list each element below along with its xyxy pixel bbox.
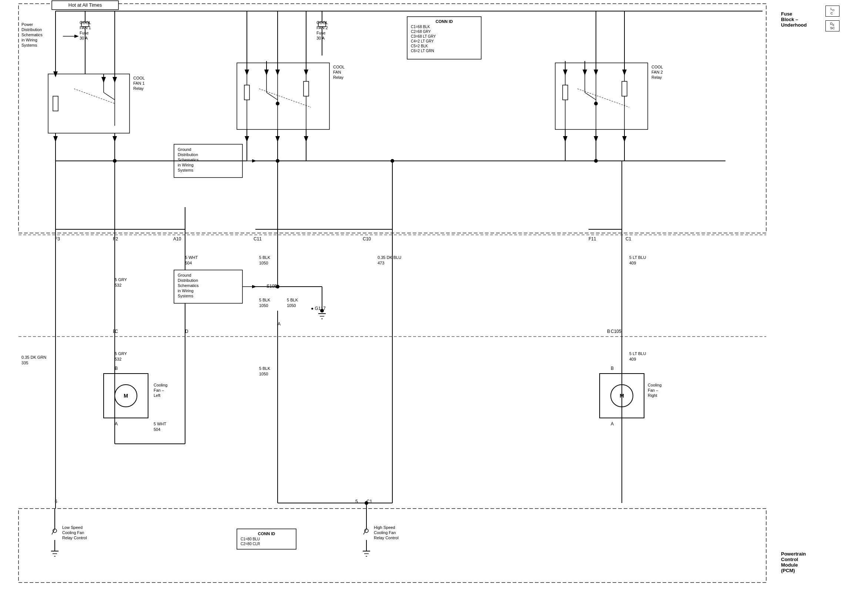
svg-text:Relay: Relay — [333, 75, 344, 79]
svg-text:Distribution: Distribution — [178, 152, 198, 157]
conn-id-top-title: CONN ID — [436, 19, 453, 24]
svg-text:Fuse: Fuse — [80, 31, 88, 35]
loc-icon: LOC — [825, 6, 840, 17]
svg-text:335: 335 — [22, 360, 28, 365]
svg-text:in Wiring: in Wiring — [22, 38, 37, 42]
wire-5blk1050-1: 5 BLK — [259, 255, 271, 260]
svg-text:Right: Right — [648, 393, 657, 398]
cool-fan-relay-label: COOL — [333, 65, 345, 69]
node-d: D — [185, 329, 188, 334]
svg-text:Schematics: Schematics — [22, 32, 43, 37]
ground-dist-box1: Ground — [178, 273, 191, 277]
node-c105: C105 — [611, 329, 622, 334]
node-c11: C11 — [254, 236, 262, 241]
wire-5blk1050-center: 5 BLK — [259, 366, 271, 371]
low-speed-label: Low Speed — [62, 525, 82, 530]
svg-text:30 A: 30 A — [80, 36, 88, 40]
wire-5gry532-2: 5 GRY — [115, 351, 127, 356]
node-c1-top: C1 — [626, 236, 631, 241]
svg-point-195 — [113, 159, 116, 163]
svg-point-197 — [391, 159, 394, 163]
svg-text:30 A: 30 A — [316, 36, 325, 40]
svg-text:Systems: Systems — [178, 294, 194, 298]
svg-point-187 — [320, 309, 324, 312]
hot-label: Hot at All Times — [68, 2, 102, 8]
svg-text:Systems: Systems — [22, 43, 37, 47]
svg-text:1050: 1050 — [259, 303, 268, 308]
wire-5ltblu409-1: 5 LT BLU — [629, 255, 646, 260]
motor-right-b: B — [611, 366, 614, 371]
wiring-diagram-svg: Hot at All Times Power Distribution Sche… — [0, 0, 814, 592]
motor-right-a: A — [611, 421, 614, 427]
high-speed-label: High Speed — [374, 525, 395, 530]
conn-id-bottom-title: CONN ID — [258, 532, 275, 536]
node-a-s105: A — [277, 322, 281, 326]
svg-text:C2=80 CLR: C2=80 CLR — [240, 542, 260, 546]
svg-point-196 — [276, 159, 279, 163]
motor-right-label: Cooling — [648, 383, 662, 387]
svg-text:Relay Control: Relay Control — [374, 535, 398, 540]
motor-left-m: M — [124, 393, 128, 399]
svg-point-194 — [364, 501, 368, 505]
svg-text:in Wiring: in Wiring — [178, 163, 194, 167]
svg-text:Relay: Relay — [651, 75, 662, 79]
svg-point-74 — [594, 102, 598, 105]
wire-5wht504-2: 5 WHT — [153, 422, 167, 426]
svg-text:Schematics: Schematics — [178, 283, 199, 288]
motor-left-label: Cooling — [153, 383, 167, 387]
svg-text:C2=68 GRY: C2=68 GRY — [411, 29, 431, 34]
page: LOC DESC FuseBlock –Underhood Powertrain… — [0, 0, 868, 611]
wire-5gry532-1: 5 GRY — [115, 277, 127, 282]
wire-5blk1050-b: 5 BLK — [287, 298, 298, 302]
svg-text:504: 504 — [185, 261, 192, 265]
svg-text:Systems: Systems — [178, 168, 194, 172]
svg-rect-65 — [555, 63, 648, 130]
node-f2: F2 — [113, 236, 118, 241]
node-b-right: B — [607, 329, 610, 334]
wire-dkgrn335: 0.35 DK GRN — [22, 355, 46, 359]
svg-text:473: 473 — [378, 261, 384, 265]
svg-text:Relay: Relay — [133, 86, 144, 91]
svg-text:C4=2 LT GRY: C4=2 LT GRY — [411, 39, 434, 43]
svg-text:C3=68 LT GRY: C3=68 LT GRY — [411, 34, 436, 39]
svg-text:Distribution: Distribution — [178, 278, 198, 283]
wire-5ltblu409-2: 5 LT BLU — [629, 351, 646, 356]
cool-fan1-relay-label: COOL — [133, 76, 145, 80]
svg-text:Cooling Fan: Cooling Fan — [62, 531, 84, 535]
svg-text:Fuse: Fuse — [316, 31, 326, 35]
node-f11: F11 — [589, 236, 596, 241]
svg-text:FAN 1: FAN 1 — [133, 81, 145, 85]
svg-text:409: 409 — [629, 261, 636, 265]
svg-text:in Wiring: in Wiring — [178, 288, 194, 293]
power-dist-label: Power — [22, 22, 33, 26]
wire-5blk1050-a: 5 BLK — [259, 298, 271, 302]
node-c10: C10 — [363, 236, 371, 241]
svg-text:Left: Left — [153, 393, 160, 398]
svg-point-53 — [276, 102, 279, 105]
svg-text:532: 532 — [115, 283, 121, 288]
svg-text:1050: 1050 — [259, 261, 268, 265]
svg-text:C5=2 BLK: C5=2 BLK — [411, 44, 428, 48]
motor-left-a: A — [115, 421, 118, 427]
wire-5wht504-1: 5 WHT — [185, 255, 198, 260]
node-a10: A10 — [173, 236, 181, 241]
motor-left-b: B — [115, 366, 118, 371]
svg-text:532: 532 — [115, 357, 121, 361]
svg-text:1050: 1050 — [287, 303, 296, 308]
wire-dkblu473: 0.35 DK BLU — [378, 255, 401, 260]
desc-icon: DESC — [825, 20, 840, 31]
svg-text:Schematics: Schematics — [178, 158, 199, 162]
svg-text:C1=68 BLK: C1=68 BLK — [411, 25, 430, 29]
svg-rect-140 — [19, 509, 766, 583]
svg-text:Relay Control: Relay Control — [62, 535, 87, 540]
svg-text:Cooling Fan: Cooling Fan — [374, 531, 396, 535]
svg-text:C6=2 LT GRN: C6=2 LT GRN — [411, 49, 434, 53]
svg-point-185 — [276, 285, 279, 288]
svg-text:Fan –: Fan – — [153, 388, 164, 393]
svg-text:1050: 1050 — [259, 372, 268, 376]
svg-text:Fan –: Fan – — [648, 388, 659, 393]
svg-point-198 — [594, 159, 598, 163]
svg-text:504: 504 — [153, 427, 160, 432]
svg-rect-29 — [48, 74, 130, 133]
cool-fan2-relay-label: COOL — [651, 65, 663, 69]
